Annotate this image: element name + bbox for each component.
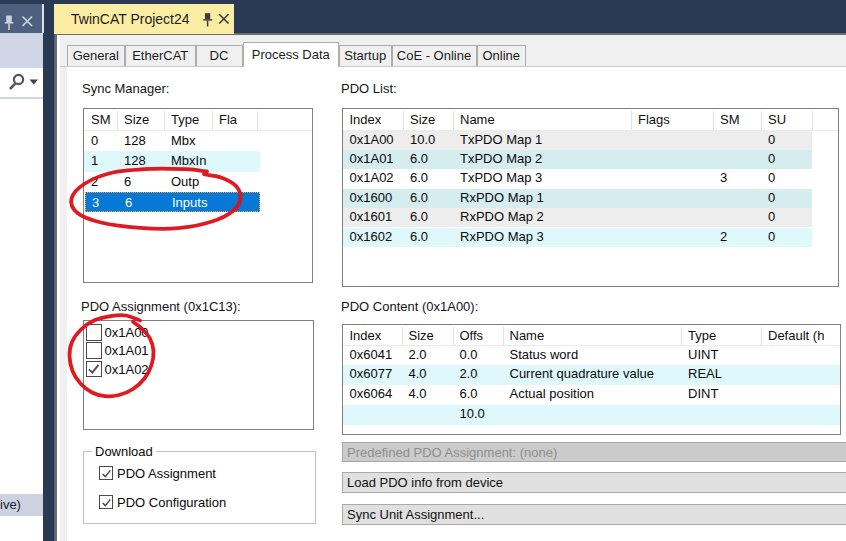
sync-manager-row[interactable]: 1128MbxIn [84,151,260,171]
pdo-content-row[interactable]: 0x60644.06.0Actual positionDINT [343,385,840,405]
pdo-content-cell: UINT [688,346,718,365]
document-tab[interactable]: TwinCAT Project24 [54,4,234,34]
column-separator [403,111,404,131]
sync-manager-column-header[interactable]: SM [91,109,111,132]
sync-manager-column-header[interactable]: Size [124,109,149,132]
pdo-list-column-header[interactable]: SM [720,109,740,131]
checkbox-checked[interactable] [99,466,113,480]
pdo-content-cell: 0x6064 [350,385,393,404]
pdo-content-cell: 4.0 [409,385,427,404]
close-icon[interactable] [21,15,34,28]
pdo-list-cell: 0x1A02 [350,169,394,187]
sync-manager-column-header[interactable]: Type [171,109,199,132]
load-pdo-info-button[interactable]: Load PDO info from device [342,472,846,494]
pdo-content-row[interactable]: 0x60412.00.0Status wordUINT [343,346,840,366]
pdo-list-cell: 6.0 [410,228,428,246]
pdo-content-cell: 0.0 [460,346,478,365]
column-separator [761,111,762,131]
pdo-content-column-header[interactable]: Type [688,325,716,346]
column-separator [164,111,165,132]
pdo-content-column-header[interactable]: Index [350,325,382,346]
tree-selected-item[interactable]: ive) [0,494,43,516]
sync-manager-cell: 6 [124,172,131,191]
checkbox-checked[interactable] [99,495,113,509]
column-separator [117,111,118,132]
pdo-list-column-header[interactable]: Name [460,109,495,131]
pdo-list-row[interactable]: 0x16016.0RxPDO Map 20 [343,208,813,227]
app-window: { "tool_panel": { "selected_item_text": … [0,0,846,541]
sync-manager-cell: 3 [92,193,99,212]
pin-icon[interactable] [4,14,16,32]
tab-online[interactable]: Online [477,45,527,66]
column-separator [713,111,714,131]
checkbox-unchecked[interactable] [86,342,103,359]
tab-ethercat[interactable]: EtherCAT [125,45,196,66]
tab-startup[interactable]: Startup [339,45,392,66]
pdo-content-cell: 2.0 [409,346,427,365]
pdo-list-column-header[interactable]: Flags [638,109,670,131]
sync-manager-column-header[interactable]: Fla [219,109,237,132]
sync-manager-cell: 6 [125,193,132,212]
close-icon[interactable] [218,13,230,25]
download-item-label: PDO Assignment [117,467,216,480]
tool-window-body [0,33,43,541]
tab-coe-online[interactable]: CoE - Online [392,45,477,66]
pdo-content-cell: 10.0 [460,405,485,424]
pdo-list-column-header[interactable]: Index [350,109,382,131]
pin-icon[interactable] [202,12,214,28]
pdo-list-cell: 0 [768,131,775,149]
download-item-label: PDO Configuration [117,496,226,509]
pdo-list-column-header[interactable]: Size [410,109,435,131]
pdo-content-column-header[interactable]: Size [409,325,434,346]
dialog-margin [60,35,67,541]
pdo-list-row[interactable]: 0x16006.0RxPDO Map 10 [343,189,813,208]
pdo-assignment-listbox[interactable]: 0x1A000x1A010x1A02 [83,320,314,430]
pdo-list-cell: 3 [720,169,727,187]
pdo-content-column-header[interactable]: Offs [460,325,484,346]
search-icon[interactable] [7,72,27,94]
pdo-content-cell: 6.0 [460,385,478,404]
pdo-list-label: PDO List: [341,81,397,96]
sync-manager-cell: Mbx [171,131,196,150]
pdo-content-cell: 4.0 [409,365,427,384]
search-box[interactable] [0,68,43,97]
column-separator [681,327,682,346]
pdo-content-column-header[interactable]: Default (h [768,325,824,346]
sync-manager-row[interactable]: 26Outp [84,172,312,192]
pdo-content-cell: 2.0 [460,365,478,384]
pdo-assignment-item-label: 0x1A00 [105,326,149,339]
tab-general[interactable]: General [67,45,126,66]
pdo-assignment-item-label: 0x1A01 [105,344,149,357]
pdo-list-row[interactable]: 0x16026.0RxPDO Map 320 [343,228,813,247]
sync-manager-cell: 128 [124,131,146,150]
pdo-list-cell: RxPDO Map 1 [460,189,544,207]
sync-manager-cell: Inputs [172,193,207,212]
checkbox-checked[interactable] [86,361,103,378]
pdo-content-row[interactable]: 10.0 [343,405,840,425]
pdo-assignment-item-label: 0x1A02 [105,363,149,376]
predefined-pdo-assignment-button[interactable]: Predefined PDO Assignment: (none) [342,442,846,462]
pdo-list-row[interactable]: 0x1A016.0TxPDO Map 20 [343,150,813,169]
sync-manager-row[interactable]: 36Inputs [85,192,260,212]
column-separator [402,327,403,346]
sync-manager-row[interactable]: 0128Mbx [84,131,312,151]
pdo-list-row[interactable]: 0x1A0010.0TxPDO Map 10 [343,131,813,150]
checkbox-unchecked[interactable] [86,324,103,341]
tab-dc[interactable]: DC [196,45,243,66]
pdo-content-cell: 0x6041 [350,346,393,365]
pdo-list-cell: 6.0 [410,189,428,207]
pdo-list-cell: 0x1602 [350,228,393,246]
sync-unit-assignment-button[interactable]: Sync Unit Assignment... [342,504,846,526]
tool-window-titlebar[interactable] [0,4,43,33]
pdo-list-cell: 2 [720,228,727,246]
pdo-list-column-header[interactable]: SU [768,109,786,131]
pdo-list-cell: 0 [768,189,775,207]
pdo-content-column-header[interactable]: Name [510,325,545,346]
pdo-assignment-label: PDO Assignment (0x1C13): [81,299,241,314]
pdo-list-cell: 0x1A00 [350,131,394,149]
tab-process-data[interactable]: Process Data [243,42,340,67]
pdo-list-table: IndexSizeNameFlagsSMSU0x1A0010.0TxPDO Ma… [342,108,840,287]
pdo-content-row[interactable]: 0x60774.02.0Current quadrature valueREAL [343,365,840,385]
pdo-list-row[interactable]: 0x1A026.0TxPDO Map 330 [343,169,839,188]
chevron-down-icon[interactable] [29,79,39,86]
